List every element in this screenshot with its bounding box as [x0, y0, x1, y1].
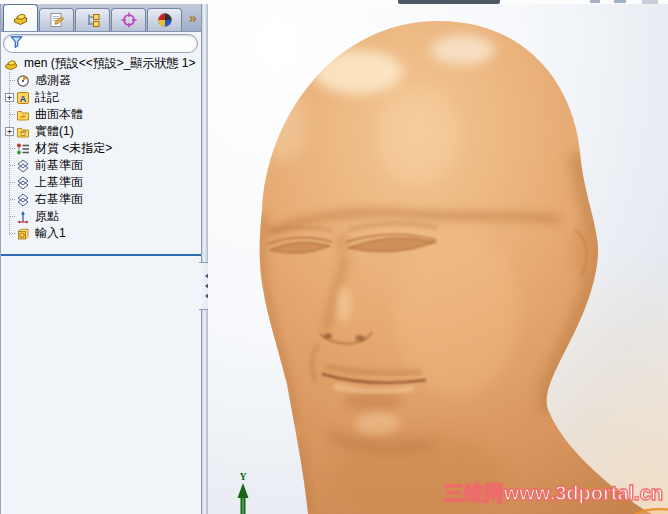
dimxpertmanager-icon	[120, 11, 138, 29]
tree-item-label: 材質 <未指定>	[35, 140, 112, 157]
tree-item-label: 上基準面	[35, 174, 83, 191]
origin-icon	[16, 210, 31, 224]
solidworks-window: » men (預設<<預設>_顯示狀態 1>	[0, 0, 668, 514]
tree-root-part[interactable]: men (預設<<預設>_顯示狀態 1>	[1, 55, 201, 72]
surface-bodies-folder-icon	[16, 108, 31, 122]
tree-item-front-plane[interactable]: 前基準面	[1, 157, 201, 174]
tree-item-material[interactable]: 材質 <未指定>	[1, 140, 201, 157]
graphics-viewport[interactable]: Y 三维网www.3dportal.cn	[208, 4, 668, 514]
solid-bodies-folder-icon	[16, 125, 31, 139]
tree-item-sensors[interactable]: 感測器	[1, 72, 201, 89]
displaymanager-icon	[156, 11, 174, 29]
tree-item-label: 感測器	[35, 72, 71, 89]
tree-item-label: 原點	[35, 208, 59, 225]
tree-item-solid-bodies[interactable]: + 實體(1)	[1, 123, 201, 140]
plane-icon	[16, 193, 31, 207]
tree-item-label: 曲面本體	[35, 106, 83, 123]
configurationmanager-icon	[84, 11, 102, 29]
tab-displaymanager[interactable]	[147, 8, 182, 31]
feature-tree: men (預設<<預設>_顯示狀態 1> 感測器 +	[1, 55, 201, 242]
tree-item-label: 輸入1	[35, 225, 66, 242]
tree-guide	[3, 106, 16, 123]
panel-splitter-bar[interactable]	[1, 254, 201, 256]
sensors-icon	[16, 74, 31, 88]
tree-root-label: men (預設<<預設>_顯示狀態 1>	[24, 55, 195, 72]
tree-item-right-plane[interactable]: 右基準面	[1, 191, 201, 208]
tree-guide	[3, 191, 16, 208]
propertymanager-icon	[48, 11, 66, 29]
expand-toggle[interactable]: +	[5, 93, 14, 102]
tree-guide	[3, 174, 16, 191]
toolbar-fragment	[590, 0, 600, 3]
filter-funnel-icon	[9, 34, 24, 53]
tree-guide	[3, 140, 16, 157]
tree-item-top-plane[interactable]: 上基準面	[1, 174, 201, 191]
tree-guide	[3, 225, 16, 242]
orientation-triad-y-axis: Y	[238, 471, 249, 514]
manager-tab-bar: »	[1, 4, 201, 32]
part-icon	[3, 56, 20, 72]
tree-guide	[3, 72, 16, 89]
featuremanager-panel: » men (預設<<預設>_顯示狀態 1>	[0, 4, 201, 514]
tab-propertymanager[interactable]	[39, 8, 74, 31]
featuremanager-part-icon	[12, 9, 30, 27]
tree-item-surface-bodies[interactable]: 曲面本體	[1, 106, 201, 123]
y-axis-label: Y	[239, 471, 247, 482]
tab-overflow-chevron[interactable]: »	[189, 10, 195, 26]
expand-toggle[interactable]: +	[5, 127, 14, 136]
tab-dimxpertmanager[interactable]	[111, 8, 146, 31]
imported-feature-icon	[16, 227, 31, 241]
tree-guide	[3, 157, 16, 174]
watermark-text: 三维网www.3dportal.cn	[444, 480, 663, 507]
tree-guide	[3, 208, 16, 225]
panel-viewport-divider[interactable]	[201, 4, 208, 514]
annotation-letter: A	[20, 93, 27, 103]
tree-item-label: 實體(1)	[35, 123, 74, 140]
tree-item-origin[interactable]: 原點	[1, 208, 201, 225]
feature-filter-input[interactable]	[3, 34, 198, 53]
tree-item-annotations[interactable]: + A 註記	[1, 89, 201, 106]
material-icon	[16, 142, 31, 156]
toolbar-fragment	[614, 0, 626, 3]
tree-item-imported1[interactable]: 輸入1	[1, 225, 201, 242]
plane-icon	[16, 159, 31, 173]
plane-icon	[16, 176, 31, 190]
tree-item-label: 右基準面	[35, 191, 83, 208]
annotations-icon: A	[16, 91, 31, 105]
tree-item-label: 註記	[35, 89, 59, 106]
tree-item-label: 前基準面	[35, 157, 83, 174]
tab-featuremanager[interactable]	[3, 4, 38, 31]
head-model-scene: Y	[208, 4, 668, 514]
tab-configurationmanager[interactable]	[75, 8, 110, 31]
mannequin-head-model[interactable]	[259, 21, 652, 514]
